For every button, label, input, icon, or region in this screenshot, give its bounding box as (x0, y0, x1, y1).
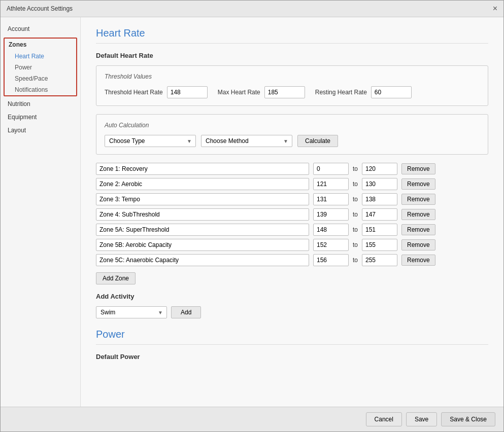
zone-from-input[interactable] (313, 163, 349, 175)
sidebar-item-zones[interactable]: Zones (5, 39, 76, 51)
sidebar-item-power[interactable]: Power (5, 62, 76, 73)
choose-method-select[interactable]: Choose Method (201, 135, 292, 147)
default-power-title: Default Power (96, 353, 488, 361)
zone-to-input[interactable] (362, 163, 397, 175)
zone-to-input[interactable] (362, 178, 397, 190)
threshold-hr-input[interactable] (167, 86, 208, 98)
sidebar-item-notifications[interactable]: Notifications (5, 84, 76, 95)
zone-to-input[interactable] (362, 193, 397, 205)
add-activity-row: Swim ▼ Add (96, 306, 488, 318)
remove-zone-button[interactable]: Remove (401, 209, 435, 220)
remove-zone-button[interactable]: Remove (401, 255, 435, 266)
threshold-legend: Threshold Values (105, 73, 480, 80)
zone-name-input[interactable] (96, 224, 309, 236)
zone-to-label: to (353, 181, 358, 188)
add-zone-button[interactable]: Add Zone (96, 272, 136, 284)
zone-to-input[interactable] (362, 254, 397, 266)
activity-select-wrapper: Swim ▼ (96, 306, 167, 318)
zone-name-input[interactable] (96, 163, 309, 175)
zone-name-input[interactable] (96, 178, 309, 190)
max-hr-label: Max Heart Rate (218, 89, 260, 96)
zone-name-input[interactable] (96, 208, 309, 221)
zone-row: to Remove (96, 254, 488, 266)
zone-to-input[interactable] (362, 208, 397, 221)
auto-calc-box: Auto Calculation Choose Type ▼ Choose Me… (96, 114, 488, 155)
modal-container: Athlete Account Settings × Account Zones… (0, 0, 504, 432)
heart-rate-title: Heart Rate (96, 27, 488, 44)
sidebar-item-layout[interactable]: Layout (1, 124, 80, 137)
choose-type-wrapper: Choose Type ▼ (105, 135, 196, 147)
resting-hr-label: Resting Heart Rate (315, 89, 367, 96)
zone-from-input[interactable] (313, 208, 349, 221)
choose-method-wrapper: Choose Method ▼ (201, 135, 292, 147)
zone-to-label: to (353, 196, 358, 203)
resting-hr-input[interactable] (371, 86, 412, 98)
choose-type-select[interactable]: Choose Type (105, 135, 196, 147)
calculate-button[interactable]: Calculate (297, 135, 338, 147)
cancel-button[interactable]: Cancel (366, 412, 402, 426)
zone-to-input[interactable] (362, 239, 397, 251)
auto-calc-row: Choose Type ▼ Choose Method ▼ Calculate (105, 135, 480, 147)
zone-from-input[interactable] (313, 239, 349, 251)
sidebar-item-heart-rate[interactable]: Heart Rate (5, 51, 76, 62)
zone-to-label: to (353, 257, 358, 264)
zone-name-input[interactable] (96, 254, 309, 266)
add-activity-button[interactable]: Add (171, 306, 201, 318)
remove-zone-button[interactable]: Remove (401, 178, 435, 190)
sidebar-group-zones: Zones Heart Rate Power Speed/Pace Notifi… (4, 38, 77, 96)
close-button[interactable]: × (493, 5, 497, 13)
auto-calc-legend: Auto Calculation (105, 122, 480, 129)
sidebar-item-account[interactable]: Account (1, 22, 80, 35)
sidebar-item-equipment[interactable]: Equipment (1, 111, 80, 124)
zone-from-input[interactable] (313, 193, 349, 205)
titlebar: Athlete Account Settings × (1, 1, 503, 17)
power-title: Power (96, 329, 488, 345)
remove-zone-button[interactable]: Remove (401, 224, 435, 235)
zone-row: to Remove (96, 163, 488, 175)
zone-name-input[interactable] (96, 193, 309, 205)
sidebar-item-nutrition[interactable]: Nutrition (1, 97, 80, 111)
main-content: Heart Rate Default Heart Rate Threshold … (81, 17, 503, 407)
zone-row: to Remove (96, 193, 488, 205)
modal-footer: Cancel Save Save & Close (1, 407, 503, 431)
resting-hr-group: Resting Heart Rate (315, 86, 412, 98)
threshold-hr-group: Threshold Heart Rate (105, 86, 208, 98)
zone-row: to Remove (96, 208, 488, 221)
zone-to-label: to (353, 241, 358, 248)
add-activity-title: Add Activity (96, 293, 488, 300)
threshold-hr-label: Threshold Heart Rate (105, 89, 163, 96)
sidebar-section-account: Account (1, 22, 80, 35)
zone-from-input[interactable] (313, 224, 349, 236)
zone-row: to Remove (96, 178, 488, 190)
zones-container: to Remove to Remove to Remove to Remove … (96, 163, 488, 266)
remove-zone-button[interactable]: Remove (401, 163, 435, 174)
zone-from-input[interactable] (313, 178, 349, 190)
modal-title: Athlete Account Settings (7, 5, 73, 12)
remove-zone-button[interactable]: Remove (401, 239, 435, 250)
save-button[interactable]: Save (406, 412, 437, 426)
sidebar: Account Zones Heart Rate Power Speed/Pac… (1, 17, 81, 407)
add-activity-section: Add Activity Swim ▼ Add (96, 293, 488, 318)
sidebar-item-speed-pace[interactable]: Speed/Pace (5, 73, 76, 84)
threshold-row: Threshold Heart Rate Max Heart Rate Rest… (105, 86, 480, 98)
zone-row: to Remove (96, 239, 488, 251)
zone-to-label: to (353, 165, 358, 172)
power-section: Power Default Power (96, 329, 488, 361)
remove-zone-button[interactable]: Remove (401, 194, 435, 205)
threshold-values-box: Threshold Values Threshold Heart Rate Ma… (96, 65, 488, 106)
max-hr-input[interactable] (264, 86, 305, 98)
max-hr-group: Max Heart Rate (218, 86, 305, 98)
zone-to-label: to (353, 226, 358, 233)
activity-select[interactable]: Swim (96, 306, 167, 318)
zone-name-input[interactable] (96, 239, 309, 251)
zone-from-input[interactable] (313, 254, 349, 266)
zone-to-input[interactable] (362, 224, 397, 236)
default-heart-rate-title: Default Heart Rate (96, 52, 488, 59)
zone-row: to Remove (96, 224, 488, 236)
zone-to-label: to (353, 211, 358, 218)
save-close-button[interactable]: Save & Close (441, 412, 495, 426)
modal-body: Account Zones Heart Rate Power Speed/Pac… (1, 17, 503, 407)
